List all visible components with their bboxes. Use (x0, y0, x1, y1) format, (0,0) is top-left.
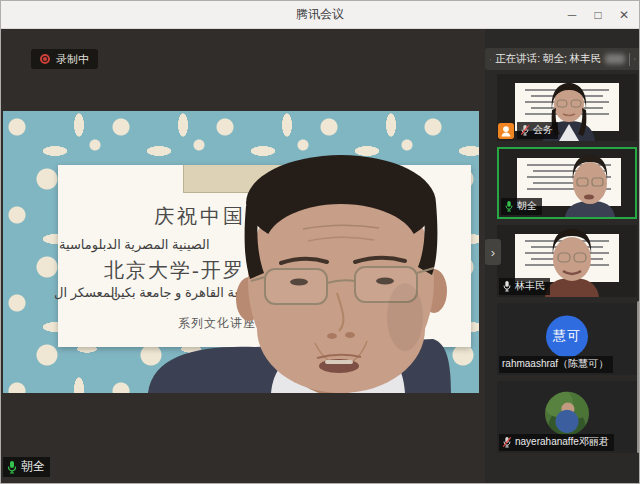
mic-muted-icon[interactable] (490, 53, 491, 66)
main-video-tile[interactable]: 庆祝中国埃 احتفالا بـ الصينية المصرية الدبلوم… (3, 111, 479, 393)
main-speaker-name: 朝全 (21, 458, 45, 475)
speaking-status-text: 正在讲话: 朝全; 林丰民 (495, 52, 601, 66)
participant-name-pill: rahmaashraf（陈慧可） (499, 356, 613, 373)
recording-badge[interactable]: 录制中 (31, 49, 98, 69)
mic-muted-icon (502, 436, 512, 448)
titlebar[interactable]: 腾讯会议 ─ □ ✕ (1, 1, 639, 29)
recording-icon (40, 54, 50, 64)
participant-name-pill: 会务 (517, 122, 558, 139)
minimize-button[interactable]: ─ (559, 1, 585, 29)
participant-tile-linfengmin[interactable]: 林丰民 (497, 225, 637, 297)
close-button[interactable]: ✕ (611, 1, 637, 29)
window-title: 腾讯会议 (296, 6, 344, 23)
participant-name-pill: 林丰民 (499, 278, 550, 295)
meeting-window: 腾讯会议 ─ □ ✕ 录制中 庆祝中国埃 احتفالا بـ الصينية … (0, 0, 640, 484)
window-controls: ─ □ ✕ (559, 1, 637, 29)
mic-speaking-icon (504, 200, 514, 212)
reply-arrow-icon[interactable] (634, 53, 636, 65)
participant-tile-chaoquan[interactable]: 朝全 (497, 147, 637, 219)
participant-name-pill: 朝全 (501, 198, 542, 215)
recording-label: 录制中 (56, 52, 89, 67)
participant-tile-rahmaashraf[interactable]: 慧可 rahmaashraf（陈慧可） (497, 303, 637, 375)
host-badge-icon (498, 123, 514, 139)
main-speaker-name-pill: 朝全 (3, 457, 50, 477)
participant-name: 朝全 (517, 199, 537, 213)
participant-name: 会务 (533, 123, 553, 137)
speaker-video-figure (3, 111, 479, 393)
divider (629, 53, 630, 66)
mic-on-icon (502, 280, 512, 292)
meeting-content: 录制中 庆祝中国埃 احتفالا بـ الصينية المصرية الد… (1, 29, 640, 484)
mic-on-icon (6, 460, 18, 474)
participant-name: rahmaashraf（陈慧可） (502, 357, 608, 371)
avatar: 慧可 (546, 315, 588, 357)
participants-sidebar: › (485, 29, 640, 484)
mic-muted-icon (520, 124, 530, 136)
avatar-photo (545, 391, 589, 435)
participant-name: 林丰民 (515, 279, 545, 293)
participant-tile-nayerahanaffe[interactable]: nayerahanaffe邓丽君 (497, 381, 637, 453)
participant-name-pill: nayerahanaffe邓丽君 (499, 434, 614, 451)
redacted-name-blur (605, 54, 625, 64)
speaking-status-bar[interactable]: 正在讲话: 朝全; 林丰民 (485, 48, 640, 70)
sidebar-collapse-button[interactable]: › (485, 239, 501, 265)
maximize-button[interactable]: □ (585, 1, 611, 29)
participant-name: nayerahanaffe邓丽君 (515, 435, 609, 449)
participant-tile-huiwu[interactable]: 会务 (497, 74, 637, 141)
